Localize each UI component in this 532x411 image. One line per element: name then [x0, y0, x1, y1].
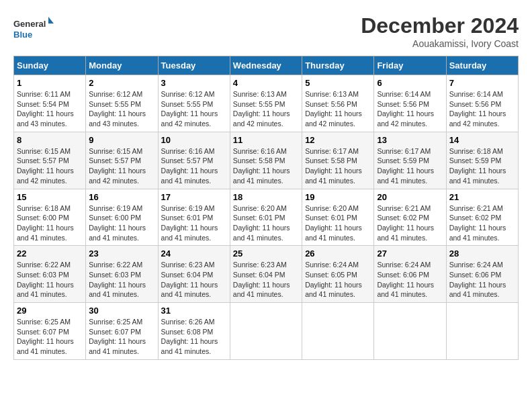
- col-thursday: Thursday: [302, 56, 374, 75]
- table-row: 3 Sunrise: 6:12 AM Sunset: 5:55 PM Dayli…: [158, 75, 230, 132]
- day-number: 1: [17, 78, 83, 88]
- table-row: 11 Sunrise: 6:16 AM Sunset: 5:58 PM Dayl…: [230, 132, 302, 189]
- location-subtitle: Aouakamissi, Ivory Coast: [361, 38, 519, 49]
- day-info: Sunrise: 6:17 AM Sunset: 5:59 PM Dayligh…: [377, 146, 443, 186]
- day-number: 9: [89, 135, 154, 145]
- day-number: 5: [305, 78, 371, 88]
- table-row: 21 Sunrise: 6:21 AM Sunset: 6:02 PM Dayl…: [446, 189, 518, 246]
- svg-text:Blue: Blue: [13, 30, 32, 40]
- day-number: 29: [17, 306, 83, 316]
- table-row: [446, 303, 518, 360]
- table-row: 22 Sunrise: 6:22 AM Sunset: 6:03 PM Dayl…: [14, 246, 86, 303]
- day-info: Sunrise: 6:14 AM Sunset: 5:56 PM Dayligh…: [377, 89, 443, 129]
- day-number: 20: [377, 192, 443, 202]
- day-info: Sunrise: 6:19 AM Sunset: 6:00 PM Dayligh…: [89, 203, 154, 243]
- table-row: 27 Sunrise: 6:24 AM Sunset: 6:06 PM Dayl…: [374, 246, 446, 303]
- day-number: 4: [233, 78, 299, 88]
- table-row: 26 Sunrise: 6:24 AM Sunset: 6:05 PM Dayl…: [302, 246, 374, 303]
- table-row: 7 Sunrise: 6:14 AM Sunset: 5:56 PM Dayli…: [446, 75, 518, 132]
- day-info: Sunrise: 6:25 AM Sunset: 6:07 PM Dayligh…: [89, 317, 154, 357]
- table-row: 24 Sunrise: 6:23 AM Sunset: 6:04 PM Dayl…: [158, 246, 230, 303]
- table-row: 30 Sunrise: 6:25 AM Sunset: 6:07 PM Dayl…: [86, 303, 158, 360]
- day-info: Sunrise: 6:18 AM Sunset: 5:59 PM Dayligh…: [449, 146, 515, 186]
- page-header: General Blue December 2024 Aouakamissi, …: [13, 13, 519, 49]
- table-row: 12 Sunrise: 6:17 AM Sunset: 5:58 PM Dayl…: [302, 132, 374, 189]
- day-number: 15: [17, 192, 83, 202]
- table-row: 5 Sunrise: 6:13 AM Sunset: 5:56 PM Dayli…: [302, 75, 374, 132]
- day-number: 18: [233, 192, 299, 202]
- table-row: 31 Sunrise: 6:26 AM Sunset: 6:08 PM Dayl…: [158, 303, 230, 360]
- table-row: 2 Sunrise: 6:12 AM Sunset: 5:55 PM Dayli…: [86, 75, 158, 132]
- table-row: 10 Sunrise: 6:16 AM Sunset: 5:57 PM Dayl…: [158, 132, 230, 189]
- day-info: Sunrise: 6:14 AM Sunset: 5:56 PM Dayligh…: [449, 89, 515, 129]
- col-sunday: Sunday: [14, 56, 86, 75]
- table-row: 8 Sunrise: 6:15 AM Sunset: 5:57 PM Dayli…: [14, 132, 86, 189]
- day-number: 2: [89, 78, 154, 88]
- col-tuesday: Tuesday: [158, 56, 230, 75]
- table-row: 4 Sunrise: 6:13 AM Sunset: 5:55 PM Dayli…: [230, 75, 302, 132]
- day-info: Sunrise: 6:21 AM Sunset: 6:02 PM Dayligh…: [377, 203, 443, 243]
- day-number: 11: [233, 135, 299, 145]
- day-info: Sunrise: 6:20 AM Sunset: 6:01 PM Dayligh…: [305, 203, 371, 243]
- day-info: Sunrise: 6:23 AM Sunset: 6:04 PM Dayligh…: [233, 260, 299, 300]
- day-info: Sunrise: 6:24 AM Sunset: 6:06 PM Dayligh…: [449, 260, 515, 300]
- day-number: 16: [89, 192, 154, 202]
- svg-text:General: General: [13, 19, 46, 29]
- day-info: Sunrise: 6:20 AM Sunset: 6:01 PM Dayligh…: [233, 203, 299, 243]
- table-row: 15 Sunrise: 6:18 AM Sunset: 6:00 PM Dayl…: [14, 189, 86, 246]
- day-number: 6: [377, 78, 443, 88]
- calendar-week-row: 29 Sunrise: 6:25 AM Sunset: 6:07 PM Dayl…: [14, 303, 519, 360]
- calendar-week-row: 15 Sunrise: 6:18 AM Sunset: 6:00 PM Dayl…: [14, 189, 519, 246]
- calendar-week-row: 22 Sunrise: 6:22 AM Sunset: 6:03 PM Dayl…: [14, 246, 519, 303]
- day-number: 27: [377, 248, 443, 259]
- day-number: 12: [305, 135, 371, 145]
- day-info: Sunrise: 6:26 AM Sunset: 6:08 PM Dayligh…: [161, 317, 227, 357]
- table-row: 13 Sunrise: 6:17 AM Sunset: 5:59 PM Dayl…: [374, 132, 446, 189]
- day-info: Sunrise: 6:12 AM Sunset: 5:55 PM Dayligh…: [161, 89, 227, 129]
- day-info: Sunrise: 6:13 AM Sunset: 5:56 PM Dayligh…: [305, 89, 371, 129]
- svg-marker-2: [48, 17, 54, 24]
- col-monday: Monday: [86, 56, 158, 75]
- calendar-header-row: Sunday Monday Tuesday Wednesday Thursday…: [14, 56, 519, 75]
- table-row: [302, 303, 374, 360]
- day-number: 30: [89, 306, 154, 316]
- day-number: 23: [89, 248, 154, 259]
- day-info: Sunrise: 6:19 AM Sunset: 6:01 PM Dayligh…: [161, 203, 227, 243]
- day-info: Sunrise: 6:15 AM Sunset: 5:57 PM Dayligh…: [17, 146, 83, 186]
- day-info: Sunrise: 6:22 AM Sunset: 6:03 PM Dayligh…: [89, 260, 154, 300]
- day-number: 19: [305, 192, 371, 202]
- day-number: 25: [233, 248, 299, 259]
- day-info: Sunrise: 6:11 AM Sunset: 5:54 PM Dayligh…: [17, 89, 83, 129]
- table-row: 29 Sunrise: 6:25 AM Sunset: 6:07 PM Dayl…: [14, 303, 86, 360]
- day-info: Sunrise: 6:16 AM Sunset: 5:58 PM Dayligh…: [233, 146, 299, 186]
- logo: General Blue: [13, 13, 54, 44]
- day-number: 22: [17, 248, 83, 259]
- calendar-week-row: 1 Sunrise: 6:11 AM Sunset: 5:54 PM Dayli…: [14, 75, 519, 132]
- calendar-week-row: 8 Sunrise: 6:15 AM Sunset: 5:57 PM Dayli…: [14, 132, 519, 189]
- table-row: 19 Sunrise: 6:20 AM Sunset: 6:01 PM Dayl…: [302, 189, 374, 246]
- day-number: 28: [449, 248, 515, 259]
- month-title: December 2024: [361, 13, 519, 38]
- day-info: Sunrise: 6:24 AM Sunset: 6:06 PM Dayligh…: [377, 260, 443, 300]
- day-info: Sunrise: 6:15 AM Sunset: 5:57 PM Dayligh…: [89, 146, 154, 186]
- day-number: 8: [17, 135, 83, 145]
- table-row: 16 Sunrise: 6:19 AM Sunset: 6:00 PM Dayl…: [86, 189, 158, 246]
- calendar-table: Sunday Monday Tuesday Wednesday Thursday…: [13, 56, 519, 360]
- day-number: 14: [449, 135, 515, 145]
- table-row: 6 Sunrise: 6:14 AM Sunset: 5:56 PM Dayli…: [374, 75, 446, 132]
- day-number: 7: [449, 78, 515, 88]
- day-info: Sunrise: 6:24 AM Sunset: 6:05 PM Dayligh…: [305, 260, 371, 300]
- day-info: Sunrise: 6:25 AM Sunset: 6:07 PM Dayligh…: [17, 317, 83, 357]
- table-row: 20 Sunrise: 6:21 AM Sunset: 6:02 PM Dayl…: [374, 189, 446, 246]
- table-row: 17 Sunrise: 6:19 AM Sunset: 6:01 PM Dayl…: [158, 189, 230, 246]
- day-number: 13: [377, 135, 443, 145]
- day-info: Sunrise: 6:17 AM Sunset: 5:58 PM Dayligh…: [305, 146, 371, 186]
- day-info: Sunrise: 6:21 AM Sunset: 6:02 PM Dayligh…: [449, 203, 515, 243]
- day-info: Sunrise: 6:22 AM Sunset: 6:03 PM Dayligh…: [17, 260, 83, 300]
- day-number: 10: [161, 135, 227, 145]
- logo-svg: General Blue: [13, 13, 54, 44]
- day-info: Sunrise: 6:23 AM Sunset: 6:04 PM Dayligh…: [161, 260, 227, 300]
- table-row: 28 Sunrise: 6:24 AM Sunset: 6:06 PM Dayl…: [446, 246, 518, 303]
- table-row: 23 Sunrise: 6:22 AM Sunset: 6:03 PM Dayl…: [86, 246, 158, 303]
- table-row: 18 Sunrise: 6:20 AM Sunset: 6:01 PM Dayl…: [230, 189, 302, 246]
